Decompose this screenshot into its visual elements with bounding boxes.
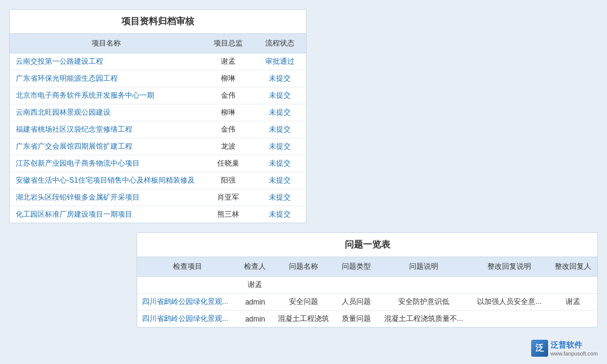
status-cell: 未提交 [254, 155, 306, 172]
col-inspector: 检查人 [239, 257, 272, 277]
project-cell[interactable]: 四川省鹧岭公园绿化景观... [137, 294, 239, 311]
status-cell: 未提交 [254, 138, 306, 155]
status-cell: 未提交 [254, 206, 306, 223]
supervisor-cell: 柳琳 [202, 104, 254, 121]
table-row: 广东省广交会展馆四期展馆扩建工程龙波未提交 [10, 138, 306, 155]
bottom-table-header-row: 检查项目 检查人 问题名称 问题类型 问题说明 整改回复说明 整改回复人 [137, 257, 597, 277]
table-row: 江苏创新产业园电子商务物流中心项目任晓巢未提交 [10, 155, 306, 172]
project-cell[interactable]: 四川省鹧岭公园绿化景观... [137, 311, 239, 328]
col-rectify-desc: 整改回复说明 [470, 257, 549, 277]
status-cell: 未提交 [254, 172, 306, 189]
bottom-table-title: 问题一览表 [137, 233, 597, 257]
issue-desc-cell [377, 277, 470, 294]
col-header-project-name: 项目名称 [10, 34, 202, 53]
table-row: 四川省鹧岭公园绿化景观...admin混凝土工程浇筑质量问题混凝土工程浇筑质量不… [137, 311, 597, 328]
bottom-table-wrapper: 问题一览表 检查项目 检查人 问题名称 问题类型 问题说明 整改回复说明 整改回… [137, 232, 598, 328]
project-name-cell[interactable]: 北京市电子商务软件系统开发服务中心一期 [10, 87, 202, 104]
table-row: 化工园区标准厂房建设项目一期项目熊三林未提交 [10, 206, 306, 223]
project-name-cell[interactable]: 化工园区标准厂房建设项目一期项目 [10, 206, 202, 223]
rectify-person-cell [549, 311, 597, 328]
top-table-title: 项目资料归档审核 [10, 10, 306, 34]
table-row: 湖北岩头区段铅锌银多金属矿开采项目肖亚军未提交 [10, 189, 306, 206]
inspector-cell: admin [239, 311, 272, 328]
supervisor-cell: 金伟 [202, 87, 254, 104]
project-name-cell[interactable]: 广东省环保光明能源生态园工程 [10, 70, 202, 87]
col-rectify-person: 整改回复人 [549, 257, 597, 277]
bottom-table: 检查项目 检查人 问题名称 问题类型 问题说明 整改回复说明 整改回复人 谢孟四… [137, 257, 597, 327]
status-cell: 未提交 [254, 104, 306, 121]
project-name-cell[interactable]: 云南西北旺园林景观公园建设 [10, 104, 202, 121]
col-issue-desc: 问题说明 [377, 257, 470, 277]
col-check-project: 检查项目 [137, 257, 239, 277]
supervisor-cell: 谢孟 [202, 53, 254, 70]
project-name-cell[interactable]: 湖北岩头区段铅锌银多金属矿开采项目 [10, 189, 202, 206]
supervisor-cell: 熊三林 [202, 206, 254, 223]
project-name-cell[interactable]: 福建省桃场社区汉袋纪念堂修缮工程 [10, 121, 202, 138]
project-name-cell[interactable]: 云南交投第一公路建设工程 [10, 53, 202, 70]
rectify-desc-cell: 以加强人员安全意... [470, 294, 549, 311]
table-row: 福建省桃场社区汉袋纪念堂修缮工程金伟未提交 [10, 121, 306, 138]
status-cell: 审批通过 [254, 53, 306, 70]
issue-desc-cell: 混凝土工程浇筑质量不... [377, 311, 470, 328]
table-row: 云南交投第一公路建设工程谢孟审批通过 [10, 53, 306, 70]
supervisor-cell: 任晓巢 [202, 155, 254, 172]
col-header-status: 流程状态 [254, 34, 306, 53]
logo-sub-text: www.fanpusoft.com [551, 351, 598, 357]
logo-icon: 泛 [531, 340, 548, 357]
top-table-wrapper: 项目资料归档审核 项目名称 项目总监 流程状态 云南交投第一公路建设工程谢孟审批… [9, 9, 307, 223]
col-issue-type: 问题类型 [336, 257, 377, 277]
table-row: 谢孟 [137, 277, 597, 294]
project-name-cell[interactable]: 广东省广交会展馆四期展馆扩建工程 [10, 138, 202, 155]
table-row: 四川省鹧岭公园绿化景观...admin安全问题人员问题安全防护意识低以加强人员安… [137, 294, 597, 311]
issue-name-cell [272, 277, 336, 294]
table-row: 广东省环保光明能源生态园工程柳琳未提交 [10, 70, 306, 87]
supervisor-cell: 龙波 [202, 138, 254, 155]
table-row: 北京市电子商务软件系统开发服务中心一期金伟未提交 [10, 87, 306, 104]
issue-desc-cell: 安全防护意识低 [377, 294, 470, 311]
supervisor-cell: 金伟 [202, 121, 254, 138]
issue-type-cell: 质量问题 [336, 311, 377, 328]
col-issue-name: 问题名称 [272, 257, 336, 277]
inspector-cell: 谢孟 [239, 277, 272, 294]
table-row: 云南西北旺园林景观公园建设柳琳未提交 [10, 104, 306, 121]
status-cell: 未提交 [254, 70, 306, 87]
status-cell: 未提交 [254, 189, 306, 206]
issue-type-cell: 人员问题 [336, 294, 377, 311]
project-name-cell[interactable]: 安徽省生活中心-S1住宅项目销售中心及样板间精装修及 [10, 172, 202, 189]
supervisor-cell: 肖亚军 [202, 189, 254, 206]
issue-name-cell: 混凝土工程浇筑 [272, 311, 336, 328]
project-cell [137, 277, 239, 294]
status-cell: 未提交 [254, 87, 306, 104]
issue-name-cell: 安全问题 [272, 294, 336, 311]
supervisor-cell: 阳强 [202, 172, 254, 189]
issue-type-cell [336, 277, 377, 294]
top-table: 项目名称 项目总监 流程状态 云南交投第一公路建设工程谢孟审批通过广东省环保光明… [10, 34, 306, 223]
supervisor-cell: 柳琳 [202, 70, 254, 87]
table-row: 安徽省生活中心-S1住宅项目销售中心及样板间精装修及阳强未提交 [10, 172, 306, 189]
top-table-header-row: 项目名称 项目总监 流程状态 [10, 34, 306, 53]
logo-main-text: 泛普软件 [551, 340, 598, 351]
page-container: 项目资料归档审核 项目名称 项目总监 流程状态 云南交投第一公路建设工程谢孟审批… [0, 0, 607, 364]
status-cell: 未提交 [254, 121, 306, 138]
project-name-cell[interactable]: 江苏创新产业园电子商务物流中心项目 [10, 155, 202, 172]
logo-area: 泛 泛普软件 www.fanpusoft.com [531, 340, 598, 357]
rectify-desc-cell [470, 277, 549, 294]
rectify-person-cell [549, 277, 597, 294]
logo-text-area: 泛普软件 www.fanpusoft.com [551, 340, 598, 357]
inspector-cell: admin [239, 294, 272, 311]
rectify-person-cell: 谢孟 [549, 294, 597, 311]
col-header-supervisor: 项目总监 [202, 34, 254, 53]
rectify-desc-cell [470, 311, 549, 328]
